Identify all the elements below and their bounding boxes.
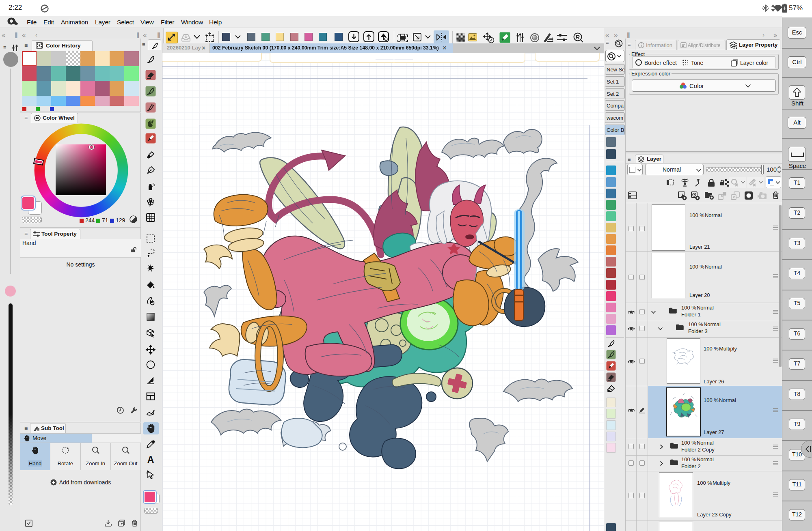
svg-text:A: A <box>147 454 154 465</box>
